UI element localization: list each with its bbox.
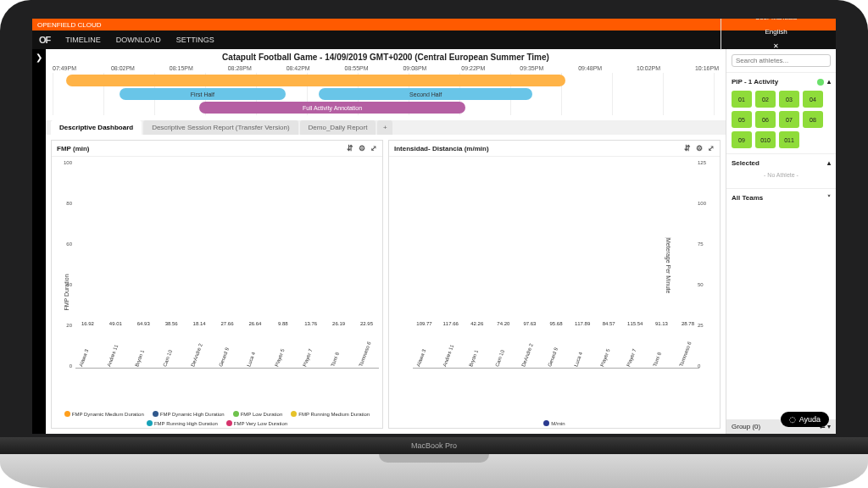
brand-text: OPENFIELD CLOUD xyxy=(37,21,102,29)
panel-intensidad-title: Intensidad- Distancia (m/min) xyxy=(394,145,489,152)
timeline-tick: 09:22PM xyxy=(461,65,485,71)
timeline-tick: 08:28PM xyxy=(228,65,252,71)
legend-item: FMP Running Medium Duration xyxy=(291,411,370,417)
category-label: Cain 10 xyxy=(162,329,180,367)
category-label: Tomi 8 xyxy=(330,329,348,367)
bar-value-label: 91.13 xyxy=(655,321,668,326)
timeline-title: Catapult Football Game - 14/09/2019 GMT+… xyxy=(46,49,726,65)
bar-value-label: 28.78 xyxy=(682,321,694,326)
lock-icon[interactable]: ⇵ xyxy=(347,144,353,152)
bar-value-label: 115.54 xyxy=(627,321,643,326)
bar-value-label: 74.20 xyxy=(497,321,509,326)
pip-button[interactable]: 08 xyxy=(803,111,823,128)
teams-selector[interactable]: All Teams ˅ xyxy=(726,189,836,207)
logo[interactable]: OF xyxy=(39,35,50,45)
intensidad-legend: M/min xyxy=(389,420,720,426)
pip-button[interactable]: 05 xyxy=(732,111,752,128)
chevron-up-icon[interactable]: ▴ xyxy=(827,159,831,167)
category-label: Player 7 xyxy=(302,329,320,367)
intensidad-bar-group: 117.89Luca 4 xyxy=(571,321,594,368)
fmp-bar-group: 49.01Andres 11 xyxy=(103,321,128,368)
timeline-tick: 10:02PM xyxy=(637,65,660,71)
intensidad-yaxis: 1251007550250 xyxy=(698,160,718,369)
gear-icon[interactable]: ⚙ xyxy=(696,144,703,152)
expand-icon[interactable]: ⤢ xyxy=(370,144,377,152)
timeline-tick: 07:49PM xyxy=(53,65,76,71)
panel-intensidad: Intensidad- Distancia (m/min) ⇵ ⚙ ⤢ Mete… xyxy=(388,140,721,429)
fmp-bar-group: 38.56Cain 10 xyxy=(159,321,184,368)
timeline-segment-second-half[interactable]: Second Half xyxy=(319,88,532,100)
fmp-bar-group: 22.95Tommaso 6 xyxy=(354,321,379,368)
fmp-bar-group: 9.88Player 5 xyxy=(270,321,295,368)
category-label: Player 5 xyxy=(274,329,292,367)
bar-value-label: 49.01 xyxy=(109,321,122,326)
pip-button[interactable]: 010 xyxy=(755,131,776,148)
panel-fmp: FMP (min) ⇵ ⚙ ⤢ FMP Duration 10080604020… xyxy=(51,140,383,429)
expand-icon[interactable]: ⤢ xyxy=(708,144,715,152)
right-sidebar: PIP - 1 Activity ▴ 010203040506070809010… xyxy=(726,49,836,434)
legend-item: FMP Dynamic High Duration xyxy=(153,411,225,417)
category-label: DeAndre 2 xyxy=(520,329,538,367)
gear-icon[interactable]: ⚙ xyxy=(359,144,365,152)
pip-button[interactable]: 09 xyxy=(732,131,752,148)
language-selector[interactable]: English xyxy=(765,28,787,36)
brand-bar: OPENFIELD CLOUD ⚲ Europe Demo User Manua… xyxy=(32,19,836,30)
pip-button[interactable]: 07 xyxy=(779,111,799,128)
bar-value-label: 97.63 xyxy=(523,321,536,326)
timeline-tick: 10:16PM xyxy=(695,65,719,71)
timeline-tick: 08:55PM xyxy=(345,65,369,71)
bar-value-label: 42.26 xyxy=(470,321,483,326)
fmp-chart: 16.92Alawa 349.01Andres 1164.93Bryan 138… xyxy=(75,160,379,369)
category-label: Player 5 xyxy=(600,329,618,367)
intensidad-bar-group: 74.20Cain 10 xyxy=(492,321,515,368)
timeline-segment-full-activity[interactable]: Full Activity Annotation xyxy=(199,102,465,114)
category-label: Cain 10 xyxy=(494,329,512,367)
main-nav: OF TIMELINE DOWNLOAD SETTINGS xyxy=(32,30,836,49)
fmp-bar-group: 16.92Alawa 3 xyxy=(75,321,100,368)
bar-value-label: 26.19 xyxy=(332,321,345,326)
pip-button[interactable]: 011 xyxy=(779,131,799,148)
bar-value-label: 9.88 xyxy=(278,321,288,326)
nav-settings[interactable]: SETTINGS xyxy=(176,36,214,44)
tab-session-report[interactable]: Descriptive Session Report (Transfer Ver… xyxy=(143,120,298,135)
bar-value-label: 84.57 xyxy=(603,321,615,326)
user-manuals-link[interactable]: User Manuals xyxy=(755,19,797,21)
timeline-tick: 09:08PM xyxy=(403,65,426,71)
collapse-left-handle[interactable]: ❯ xyxy=(32,49,46,434)
lock-icon[interactable]: ⇵ xyxy=(684,144,691,152)
bar-value-label: 117.66 xyxy=(442,321,458,326)
selected-title: Selected xyxy=(732,159,760,167)
intensidad-chart: 109.77Alawa 3117.66Andres 1142.26Bryan 1… xyxy=(413,160,699,369)
legend-item: FMP Dynamic Medium Duration xyxy=(64,411,144,417)
fmp-bar-group: 13.76Player 7 xyxy=(298,321,323,368)
pip-title: PIP - 1 Activity xyxy=(732,78,778,86)
pip-button[interactable]: 06 xyxy=(755,111,776,128)
pip-button[interactable]: 04 xyxy=(803,91,823,108)
timeline-tick: 08:42PM xyxy=(287,65,310,71)
intensidad-bar-group: 95.68Gerard 9 xyxy=(544,321,567,368)
timeline-tick: 08:02PM xyxy=(111,65,135,71)
intensidad-bar-group: 91.13Tomi 8 xyxy=(650,321,673,368)
laptop-base xyxy=(0,454,868,488)
category-label: Luca 4 xyxy=(573,329,591,367)
pip-button[interactable]: 03 xyxy=(779,91,799,108)
category-label: Luca 4 xyxy=(246,329,264,367)
bar-value-label: 18.14 xyxy=(193,321,206,326)
timeline-segment-first-half[interactable]: First Half xyxy=(120,88,287,100)
timeline-tick: 09:48PM xyxy=(578,65,602,71)
pip-button[interactable]: 02 xyxy=(755,91,776,108)
timeline-segment-main[interactable] xyxy=(66,75,566,86)
selected-none: - No Athlete - xyxy=(732,167,831,183)
chevron-up-icon[interactable]: ▴ xyxy=(827,78,831,86)
intensidad-bar-group: 84.57Player 5 xyxy=(598,321,620,368)
bar-value-label: 95.68 xyxy=(550,321,563,326)
athlete-search-input[interactable] xyxy=(732,54,831,67)
timeline-bars[interactable]: First Half Second Half Full Activity Ann… xyxy=(53,73,719,115)
nav-timeline[interactable]: TIMELINE xyxy=(65,36,101,44)
tab-add[interactable]: + xyxy=(377,120,392,135)
fmp-bar-group: 27.66Gerard 9 xyxy=(215,321,240,368)
pip-button[interactable]: 01 xyxy=(732,91,752,108)
tab-descriptive-dashboard[interactable]: Descriptive Dashboard xyxy=(51,120,142,135)
tab-daily-report[interactable]: Demo_Daily Report xyxy=(300,120,376,135)
nav-download[interactable]: DOWNLOAD xyxy=(116,36,161,44)
